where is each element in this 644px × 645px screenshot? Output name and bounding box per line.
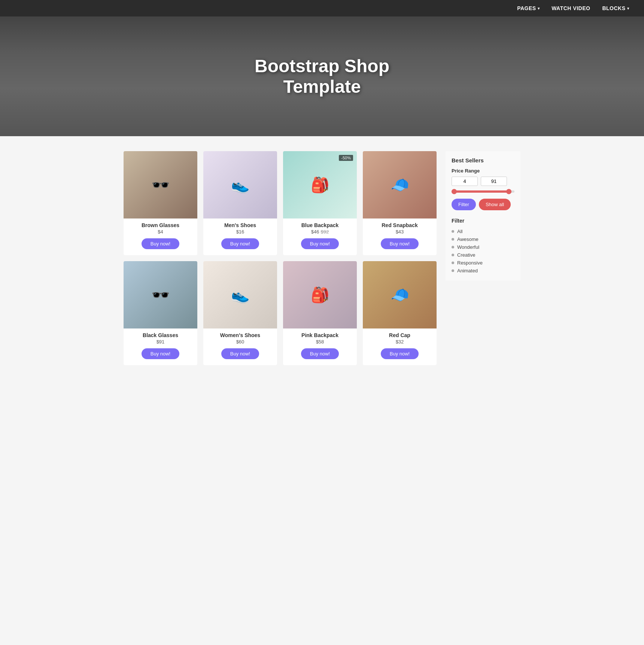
hero-title: Bootstrap Shop Template xyxy=(255,56,389,97)
product-card: 🕶️Black Glasses$91Buy now! xyxy=(124,261,197,365)
products-section: 🕶️Brown Glasses$4Buy now!👟Men's Shoes$16… xyxy=(124,151,437,365)
product-name: Pink Backpack xyxy=(283,332,357,338)
hero-section: Bootstrap Shop Template xyxy=(0,16,644,136)
buy-now-button[interactable]: Buy now! xyxy=(221,238,259,249)
product-card: 🎒Pink Backpack$58Buy now! xyxy=(283,261,357,365)
buy-now-button[interactable]: Buy now! xyxy=(381,348,419,359)
product-image: 🧢 xyxy=(363,151,437,218)
product-image-wrap: 🧢 xyxy=(363,151,437,218)
filter-list-item[interactable]: Awesome xyxy=(452,235,514,243)
product-name: Black Glasses xyxy=(124,332,197,338)
product-price: $60 xyxy=(203,339,277,345)
product-name: Red Cap xyxy=(363,332,437,338)
price-max-input[interactable] xyxy=(481,177,507,186)
filter-item-label: Animated xyxy=(457,268,478,273)
range-slider[interactable] xyxy=(452,190,514,193)
filter-dot-icon xyxy=(452,262,454,264)
chevron-down-icon: ▾ xyxy=(538,6,540,10)
product-name: Women's Shoes xyxy=(203,332,277,338)
product-original-price: $92 xyxy=(321,229,329,235)
product-card: 🧢Red Snapback$43Buy now! xyxy=(363,151,437,255)
product-image-wrap: 👟 xyxy=(203,261,277,328)
filter-item-label: Responsive xyxy=(457,260,483,266)
product-image: 🎒 xyxy=(283,151,357,218)
filter-dot-icon xyxy=(452,246,454,248)
filter-item-label: Wonderful xyxy=(457,244,479,250)
range-handle-left[interactable] xyxy=(452,189,457,194)
buy-now-button[interactable]: Buy now! xyxy=(301,238,339,249)
hero-title-line1: Bootstrap Shop xyxy=(255,56,389,76)
product-image: 🕶️ xyxy=(124,151,197,218)
product-image-wrap: 🕶️ xyxy=(124,261,197,328)
price-min-input[interactable] xyxy=(452,177,478,186)
filter-item-label: All xyxy=(457,229,462,234)
nav-item-blocks[interactable]: BLOCKS▾ xyxy=(602,5,629,11)
filter-dot-icon xyxy=(452,254,454,256)
product-card: 🧢Red Cap$32Buy now! xyxy=(363,261,437,365)
chevron-down-icon: ▾ xyxy=(627,6,629,10)
buy-now-button[interactable]: Buy now! xyxy=(142,238,179,249)
product-image-wrap: 🧢 xyxy=(363,261,437,328)
product-image: 🕶️ xyxy=(124,261,197,328)
product-name: Red Snapback xyxy=(363,222,437,228)
filter-list-item[interactable]: Creative xyxy=(452,251,514,259)
nav-item-watch-video[interactable]: WATCH VIDEO xyxy=(552,5,590,11)
main-content: 🕶️Brown Glasses$4Buy now!👟Men's Shoes$16… xyxy=(116,136,528,380)
product-name: Men's Shoes xyxy=(203,222,277,228)
best-sellers-title: Best Sellers xyxy=(452,157,514,163)
filter-item-label: Awesome xyxy=(457,236,479,242)
products-grid: 🕶️Brown Glasses$4Buy now!👟Men's Shoes$16… xyxy=(124,151,437,365)
product-image-wrap: 👟 xyxy=(203,151,277,218)
navbar: PAGES▾WATCH VIDEOBLOCKS▾ xyxy=(0,0,644,16)
filter-list-item[interactable]: Responsive xyxy=(452,259,514,267)
product-price: $4 xyxy=(124,229,197,235)
sidebar-content: Best Sellers Price Range Filter Show all… xyxy=(446,151,520,281)
product-image-wrap: 🕶️ xyxy=(124,151,197,218)
filter-button[interactable]: Filter xyxy=(452,199,476,210)
product-image: 👟 xyxy=(203,151,277,218)
product-image: 👟 xyxy=(203,261,277,328)
nav-item-pages[interactable]: PAGES▾ xyxy=(517,5,540,11)
filter-list-item[interactable]: All xyxy=(452,227,514,235)
filter-item-label: Creative xyxy=(457,252,475,258)
range-track xyxy=(452,190,511,193)
product-price: $16 xyxy=(203,229,277,235)
price-range-label: Price Range xyxy=(452,168,514,174)
sidebar: Best Sellers Price Range Filter Show all… xyxy=(446,151,520,365)
filter-section-title: Filter xyxy=(452,218,514,224)
product-price: $32 xyxy=(363,339,437,345)
show-all-button[interactable]: Show all xyxy=(479,199,511,210)
product-price: $58 xyxy=(283,339,357,345)
hero-title-line2: Template xyxy=(283,77,361,97)
product-price: $91 xyxy=(124,339,197,345)
filter-dot-icon xyxy=(452,269,454,272)
product-image: 🎒 xyxy=(283,261,357,328)
filter-dot-icon xyxy=(452,238,454,241)
product-card: 👟Men's Shoes$16Buy now! xyxy=(203,151,277,255)
product-name: Blue Backpack xyxy=(283,222,357,228)
filter-list-item[interactable]: Animated xyxy=(452,267,514,275)
product-image-wrap: 🎒-50% xyxy=(283,151,357,218)
buy-now-button[interactable]: Buy now! xyxy=(381,238,419,249)
buy-now-button[interactable]: Buy now! xyxy=(301,348,339,359)
product-price: $43 xyxy=(363,229,437,235)
product-card: 🎒-50%Blue Backpack$46$92Buy now! xyxy=(283,151,357,255)
product-name: Brown Glasses xyxy=(124,222,197,228)
discount-badge: -50% xyxy=(339,155,353,161)
product-card: 👟Women's Shoes$60Buy now! xyxy=(203,261,277,365)
buy-now-button[interactable]: Buy now! xyxy=(142,348,179,359)
filter-buttons: Filter Show all xyxy=(452,199,514,210)
filter-list: AllAwesomeWonderfulCreativeResponsiveAni… xyxy=(452,227,514,275)
product-price: $46$92 xyxy=(283,229,357,235)
product-card: 🕶️Brown Glasses$4Buy now! xyxy=(124,151,197,255)
buy-now-button[interactable]: Buy now! xyxy=(221,348,259,359)
filter-list-item[interactable]: Wonderful xyxy=(452,243,514,251)
product-image: 🧢 xyxy=(363,261,437,328)
price-inputs xyxy=(452,177,514,186)
range-handle-right[interactable] xyxy=(506,189,511,194)
product-image-wrap: 🎒 xyxy=(283,261,357,328)
filter-dot-icon xyxy=(452,230,454,233)
